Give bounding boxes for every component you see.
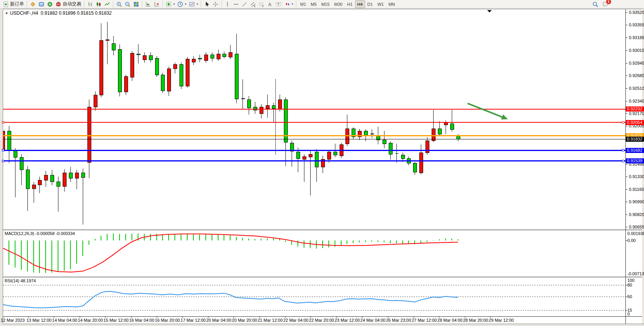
level-price-badge: 0.91539 <box>626 158 644 163</box>
macd-axis-label: 0.00 <box>627 238 635 243</box>
price-tick-label: 0.91160 <box>629 187 644 192</box>
time-axis-label: 14 Mar 04:00 <box>52 318 77 323</box>
macd-indicator-label: MACD(12,26,9) -0.000058 -0.000334 <box>5 231 75 236</box>
time-axis-label: 17 Mar 12:00 <box>181 318 206 323</box>
current-price-badge: 0.91832 <box>626 137 644 142</box>
price-tick-label: 0.92845 <box>629 61 644 66</box>
time-axis-label: 12 Mar 2023 <box>1 318 25 323</box>
time-axis-label: 13 Mar 12:00 <box>26 318 51 323</box>
time-axis-label: 23 Mar 12:00 <box>335 318 360 323</box>
rsi-axis-label: 0 <box>627 312 630 317</box>
price-tick-label: 0.93355 <box>629 22 644 27</box>
price-tick-label: 0.92510 <box>629 86 644 91</box>
time-axis-label: 28 Mar 04:00 <box>437 318 463 323</box>
price-tick-label: 0.93185 <box>629 35 644 40</box>
chevron-down-icon: ▼ <box>5 12 8 15</box>
chart-symbol-period: USDCHF-,H4 <box>10 10 38 16</box>
time-axis-label: 29 Mar 12:00 <box>489 318 514 323</box>
rsi-axis-label: 50 <box>627 294 632 299</box>
time-axis-label: 20 Mar 20:00 <box>232 318 257 323</box>
time-axis-label: 15 Mar 12:00 <box>104 318 129 323</box>
time-axis-label: 27 Mar 12:00 <box>412 318 437 323</box>
price-tick-label: 0.92170 <box>629 111 644 116</box>
chart-ohlc-quote: 0.91882 0.91896 0.91815 0.91832 <box>41 10 112 16</box>
level-price-badge: 0.92054 <box>626 120 644 125</box>
rsi-axis-label: 80 <box>627 283 632 288</box>
price-tick-label: 0.90990 <box>629 199 644 204</box>
price-chart[interactable] <box>0 0 644 326</box>
time-axis-label: 22 Mar 04:00 <box>283 318 308 323</box>
level-price-badge: 0.91682 <box>626 148 644 153</box>
macd-axis-label: -0.007132 <box>627 271 644 276</box>
price-tick-label: 0.93520 <box>629 10 644 15</box>
price-tick-label: 0.92340 <box>629 99 644 104</box>
time-axis-label: 20 Mar 04:00 <box>206 318 231 323</box>
price-tick-label: 0.90820 <box>629 212 644 217</box>
macd-axis-label: 0.001938 <box>627 231 644 236</box>
time-axis-label: 28 Mar 20:00 <box>463 318 488 323</box>
time-axis-label: 24 Mar 04:00 <box>360 318 386 323</box>
price-tick-label: 0.91330 <box>629 174 644 179</box>
price-tick-label: 0.92680 <box>629 73 644 78</box>
time-axis-label: 21 Mar 12:00 <box>258 318 283 323</box>
price-tick-label: 0.90655 <box>629 225 644 230</box>
chart-title: ▼USDCHF-,H4 0.91882 0.91896 0.91815 0.91… <box>5 10 112 16</box>
level-price-badge: 0.92232 <box>626 106 644 112</box>
price-tick-label: 0.93015 <box>629 48 644 53</box>
time-axis-label: 22 Mar 20:00 <box>309 318 334 323</box>
time-axis-label: 14 Mar 20:00 <box>78 318 103 323</box>
time-axis-label: 16 Mar 04:00 <box>129 318 154 323</box>
time-axis-label: 16 Mar 20:00 <box>155 318 180 323</box>
mt4-window: 新订单 自动交易 <box>0 0 644 326</box>
rsi-indicator-label: RSI(14) 48.1974 <box>5 278 36 283</box>
time-axis-label: 26 Mar 23:00 <box>386 318 411 323</box>
